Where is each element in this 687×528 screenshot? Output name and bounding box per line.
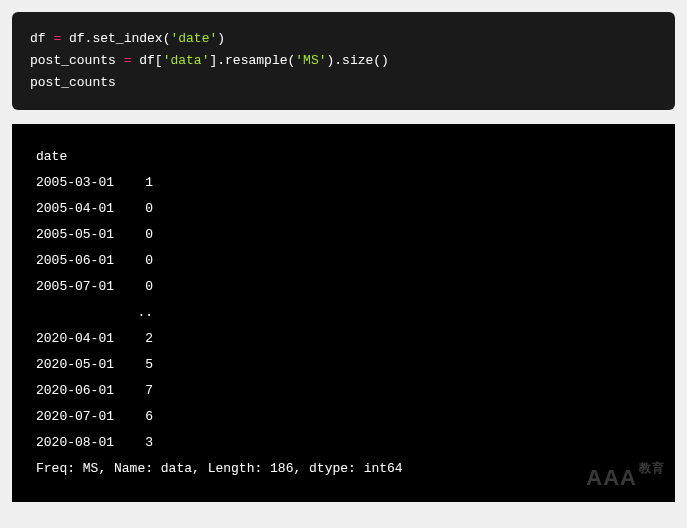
- output-row: 2005-05-01 0: [36, 222, 651, 248]
- code-block: df = df.set_index('date') post_counts = …: [12, 12, 675, 110]
- output-row: 2020-04-01 2: [36, 326, 651, 352]
- output-value: 3: [145, 435, 153, 450]
- code-token: 'data': [163, 53, 210, 68]
- output-row: 2005-07-01 0: [36, 274, 651, 300]
- output-date: 2020-08-01: [36, 435, 114, 450]
- code-token: 'MS': [295, 53, 326, 68]
- output-date: 2020-04-01: [36, 331, 114, 346]
- output-value: 0: [145, 201, 153, 216]
- code-token: post_counts: [30, 53, 124, 68]
- output-block: date 2005-03-01 1 2005-04-01 0 2005-05-0…: [12, 124, 675, 502]
- output-value: 2: [145, 331, 153, 346]
- output-date: 2020-07-01: [36, 409, 114, 424]
- output-value: 0: [145, 227, 153, 242]
- output-date: 2020-06-01: [36, 383, 114, 398]
- code-token: df: [30, 31, 53, 46]
- code-line-2: post_counts = df['data'].resample('MS').…: [30, 50, 657, 72]
- output-row: 2020-08-01 3: [36, 430, 651, 456]
- output-header: date: [36, 144, 651, 170]
- code-token: df.set_index(: [61, 31, 170, 46]
- output-row: 2020-07-01 6: [36, 404, 651, 430]
- code-token: ).size(): [327, 53, 389, 68]
- output-value: 0: [145, 253, 153, 268]
- output-value: 6: [145, 409, 153, 424]
- output-row: 2005-06-01 0: [36, 248, 651, 274]
- code-line-3: post_counts: [30, 72, 657, 94]
- output-date: 2005-07-01: [36, 279, 114, 294]
- code-token: df[: [131, 53, 162, 68]
- output-value: 0: [145, 279, 153, 294]
- output-date: 2020-05-01: [36, 357, 114, 372]
- output-row: 2020-06-01 7: [36, 378, 651, 404]
- code-token: post_counts: [30, 75, 116, 90]
- code-token: 'date': [170, 31, 217, 46]
- output-value: 1: [145, 175, 153, 190]
- output-value: 5: [145, 357, 153, 372]
- output-ellipsis: ..: [36, 300, 651, 326]
- output-row: 2005-04-01 0: [36, 196, 651, 222]
- output-row: 2005-03-01 1: [36, 170, 651, 196]
- output-date: 2005-03-01: [36, 175, 114, 190]
- output-date: 2005-04-01: [36, 201, 114, 216]
- output-date: 2005-06-01: [36, 253, 114, 268]
- code-token: ].resample(: [209, 53, 295, 68]
- code-line-1: df = df.set_index('date'): [30, 28, 657, 50]
- output-row: 2020-05-01 5: [36, 352, 651, 378]
- output-footer: Freq: MS, Name: data, Length: 186, dtype…: [36, 456, 651, 482]
- code-token: ): [217, 31, 225, 46]
- output-value: 7: [145, 383, 153, 398]
- output-date: 2005-05-01: [36, 227, 114, 242]
